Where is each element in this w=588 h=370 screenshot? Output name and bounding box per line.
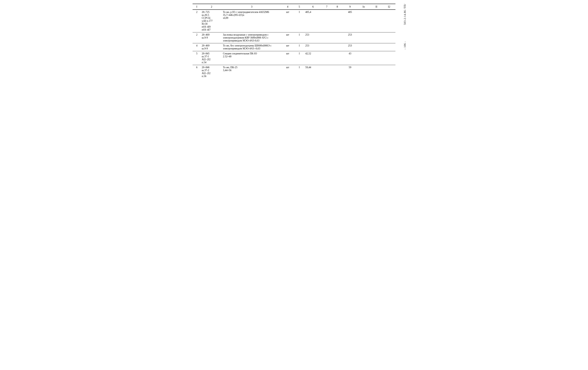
table-cell-col2: 20–845 ш.37-I АI2–2I2 п.54 — [201, 51, 222, 65]
header-col-8: 8 — [332, 4, 343, 10]
table-cell-col10 — [357, 43, 370, 51]
table-cell-col4: шт — [281, 32, 294, 43]
table-cell-col5: I — [294, 32, 304, 43]
table-cell-col1: 4 — [193, 43, 201, 51]
table-cell-col6: 42,52 — [304, 51, 322, 65]
table-cell-col8 — [332, 43, 343, 51]
table-cell-col3: То же, р IO с электродвигателем 4АI32М6 … — [222, 10, 281, 32]
table-cell-col3: То же, ПК-25 3,44+56 — [222, 65, 281, 79]
header-col-5: 5 — [294, 4, 304, 10]
table-row: 620–846 ш.37-2 АI2–2I2 п.56То же, ПК-25 … — [193, 65, 395, 79]
header-col-10: Io — [357, 4, 370, 10]
table-cell-col4: шт — [281, 65, 294, 79]
table-cell-col4: шт — [281, 43, 294, 51]
header-row: I 2 3 4 5 6 7 8 9 Io II I2 — [193, 4, 395, 10]
table-cell-col12 — [383, 43, 395, 51]
table-row: 520–845 ш.37-I АI2–2I2 п.54Секция соедин… — [193, 51, 395, 65]
table-cell-col7 — [322, 10, 332, 32]
table-cell-col9: 59 — [343, 65, 357, 79]
table-cell-col11 — [370, 32, 383, 43]
table-cell-col11 — [370, 43, 383, 51]
table-cell-col5: I — [294, 65, 304, 79]
table-cell-col1: 5 — [193, 51, 201, 65]
table-cell-col12 — [383, 10, 395, 32]
table-cell-col9: 405 — [343, 10, 357, 32]
table-cell-col9: 253 — [343, 32, 357, 43]
table-cell-col2: 20–725 ш.20-5 ССРСЦ у.Ш п.177 I6-OI пOI–… — [201, 10, 222, 32]
table-cell-col5: I — [294, 51, 304, 65]
table-cell-col1: 6 — [193, 65, 201, 79]
header-col-11: II — [370, 4, 383, 10]
table-cell-col11 — [370, 10, 383, 32]
header-col-12: I2 — [383, 4, 395, 10]
table-cell-col1: 2 — [193, 32, 201, 43]
header-col-2: 2 — [201, 4, 222, 10]
table-row: 420–469 ш.9-9То же, без электроподогрева… — [193, 43, 395, 51]
table-cell-col4: шт — [281, 51, 294, 65]
table-cell-col5: I — [294, 10, 304, 32]
table-cell-col8 — [332, 65, 343, 79]
header-col-1: I — [193, 4, 201, 10]
header-col-9: 9 — [343, 4, 357, 10]
main-table: I 2 3 4 5 6 7 8 9 Io II I2 220–725 ш.20-… — [193, 4, 395, 79]
side-label-top: 503-2-14.86 /ТП/ — [404, 4, 407, 25]
table-cell-col12 — [383, 65, 395, 79]
table-cell-col7 — [322, 51, 332, 65]
table-cell-col7 — [322, 32, 332, 43]
table-cell-col10 — [357, 10, 370, 32]
header-col-4: 4 — [281, 4, 294, 10]
table-cell-col10 — [357, 32, 370, 43]
table-cell-col9: 253 — [343, 43, 357, 51]
table-cell-col11 — [370, 65, 383, 79]
table-cell-col3: То же, без электроподогрева ШI600xI000Э … — [222, 43, 281, 51]
table-cell-col7 — [322, 43, 332, 51]
table-cell-col7 — [322, 65, 332, 79]
header-col-3: 3 — [222, 4, 281, 10]
table-cell-col8 — [332, 10, 343, 32]
table-cell-col11 — [370, 51, 383, 65]
table-cell-col4: шт — [281, 10, 294, 32]
table-cell-col5: I — [294, 43, 304, 51]
table-cell-col3: Секция соединительная ПК-IO 2.52+40 — [222, 51, 281, 65]
table-row: 220–469 ш.9-9Заслонка воздушная с электр… — [193, 32, 395, 43]
table-cell-col2: 20–846 ш.37-2 АI2–2I2 п.56 — [201, 65, 222, 79]
table-cell-col10 — [357, 65, 370, 79]
table-cell-col6: 253 — [304, 43, 322, 51]
table-cell-col8 — [332, 51, 343, 65]
table-cell-col6: 59,44 — [304, 65, 322, 79]
page-wrapper: 503-2-14.86 /ТП/ - 106 - I 2 3 4 5 6 7 8… — [193, 4, 395, 79]
table-cell-col12 — [383, 51, 395, 65]
table-cell-col12 — [383, 32, 395, 43]
side-label-bottom: - 106 - — [404, 41, 407, 49]
table-cell-col9: 43 — [343, 51, 357, 65]
table-cell-col3: Заслонка воздушная с электроприводом с э… — [222, 32, 281, 43]
table-cell-col8 — [332, 32, 343, 43]
header-col-7: 7 — [322, 4, 332, 10]
table-cell-col1: 2 — [193, 10, 201, 32]
header-col-6: 6 — [304, 4, 322, 10]
table-row: 220–725 ш.20-5 ССРСЦ у.Ш п.177 I6-OI пOI… — [193, 10, 395, 32]
table-cell-col6: 405,4 — [304, 10, 322, 32]
table-cell-col6: 253 — [304, 32, 322, 43]
table-cell-col10 — [357, 51, 370, 65]
table-cell-col2: 20–469 ш.9-9 — [201, 32, 222, 43]
table-cell-col2: 20–469 ш.9-9 — [201, 43, 222, 51]
